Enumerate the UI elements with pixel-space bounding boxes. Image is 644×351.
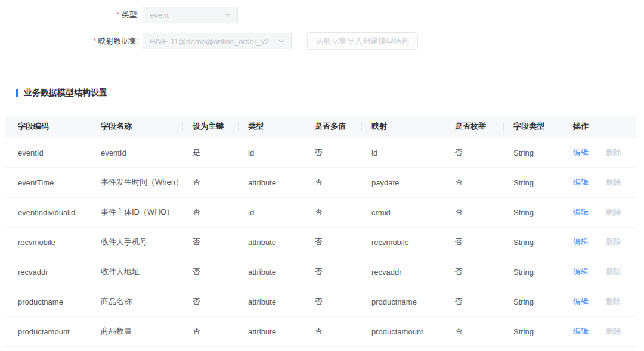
cell-code: recvmobile	[5, 227, 91, 257]
cell-code: eventTime	[5, 167, 91, 197]
cell-type: id	[239, 197, 305, 227]
col-header-mapping: 映射	[362, 115, 445, 138]
cell-type: attribute	[239, 227, 305, 257]
cell-field-type: String	[504, 316, 564, 346]
cell-name: 商品数量	[91, 316, 183, 346]
delete-link[interactable]: 删除	[606, 327, 621, 336]
edit-link[interactable]: 编辑	[573, 237, 589, 246]
cell-type: attribute	[239, 287, 305, 316]
cell-code: productamount	[5, 316, 91, 346]
cell-name: eventId	[91, 138, 183, 167]
cell-primary: 否	[183, 227, 239, 257]
cell-type: attribute	[239, 257, 305, 287]
cell-mapping: id	[362, 138, 445, 167]
cell-multi: 否	[305, 138, 362, 167]
cell-code: productname	[5, 287, 91, 316]
cell-mapping: paydate	[362, 167, 445, 197]
cell-field-type: String	[504, 197, 564, 227]
col-header-field-type: 字段类型	[504, 115, 564, 138]
model-structure-table: 字段编码 字段名称 设为主键 类型 是否多值 映射 是否枚举 字段类型 操作 e…	[5, 115, 636, 347]
table-row: eventTime 事件发生时间（When） 否 attribute 否 pay…	[5, 167, 636, 197]
cell-code: eventId	[5, 138, 91, 167]
cell-primary: 否	[183, 316, 239, 346]
required-asterisk: *	[116, 10, 119, 19]
cell-enum: 否	[445, 197, 504, 227]
delete-link[interactable]: 删除	[606, 237, 621, 246]
form-row-dataset: *映射数据集: HIVE-11@demo@online_order_v2 从数据…	[0, 32, 418, 50]
table-row: recvmobile 收件人手机号 否 attribute 否 recvmobi…	[5, 227, 636, 257]
delete-link[interactable]: 删除	[606, 178, 621, 187]
delete-link[interactable]: 删除	[606, 148, 621, 157]
cell-multi: 否	[305, 316, 362, 346]
cell-actions: 编辑 删除	[564, 287, 636, 316]
delete-link[interactable]: 删除	[606, 207, 621, 216]
cell-field-type: String	[504, 227, 564, 257]
cell-mapping: recvaddr	[362, 257, 445, 287]
cell-actions: 编辑 删除	[564, 257, 636, 287]
cell-actions: 编辑 删除	[564, 197, 636, 227]
cell-multi: 否	[305, 227, 362, 257]
cell-primary: 否	[183, 197, 239, 227]
col-header-action: 操作	[564, 115, 636, 138]
type-label-text: 类型:	[121, 10, 139, 19]
cell-mapping: crmid	[362, 197, 445, 227]
cell-multi: 否	[305, 167, 362, 197]
table-row: eventId eventId 是 id 否 id 否 String 编辑 删除	[5, 138, 636, 167]
type-select[interactable]: event	[143, 7, 238, 23]
cell-multi: 否	[305, 257, 362, 287]
import-from-dataset-button[interactable]: 从数据集导入创建模型结构	[307, 32, 418, 50]
cell-actions: 编辑 删除	[564, 138, 636, 167]
col-header-enum: 是否枚举	[445, 115, 504, 138]
cell-mapping: productamount	[362, 316, 445, 346]
cell-actions: 编辑 删除	[564, 227, 636, 257]
required-asterisk: *	[93, 36, 96, 45]
edit-link[interactable]: 编辑	[573, 267, 589, 276]
dataset-select[interactable]: HIVE-11@demo@online_order_v2	[143, 33, 292, 49]
table-row: productamount 商品数量 否 attribute 否 product…	[5, 316, 636, 346]
edit-link[interactable]: 编辑	[573, 327, 589, 336]
type-label: *类型:	[0, 10, 139, 20]
cell-field-type: String	[504, 287, 564, 316]
cell-primary: 否	[183, 257, 239, 287]
cell-field-type: String	[504, 257, 564, 287]
delete-link[interactable]: 删除	[606, 267, 621, 276]
cell-enum: 否	[445, 316, 504, 346]
cell-type: attribute	[239, 316, 305, 346]
cell-type: attribute	[239, 167, 305, 197]
edit-link[interactable]: 编辑	[573, 148, 589, 157]
cell-field-type: String	[504, 167, 564, 197]
form-row-type: *类型: event	[0, 7, 238, 23]
cell-name: 事件主体ID（WHO）	[91, 197, 183, 227]
chevron-down-icon	[278, 38, 284, 45]
cell-name: 收件人手机号	[91, 227, 183, 257]
cell-enum: 否	[445, 138, 504, 167]
table-header-row: 字段编码 字段名称 设为主键 类型 是否多值 映射 是否枚举 字段类型 操作	[5, 115, 636, 138]
delete-link[interactable]: 删除	[606, 297, 621, 306]
edit-link[interactable]: 编辑	[573, 178, 589, 187]
cell-enum: 否	[445, 287, 504, 316]
cell-primary: 是	[183, 138, 239, 167]
cell-multi: 否	[305, 287, 362, 316]
dataset-label-text: 映射数据集:	[98, 36, 139, 45]
cell-code: eventindividualid	[5, 197, 91, 227]
cell-enum: 否	[445, 257, 504, 287]
table-row: productname 商品名称 否 attribute 否 productna…	[5, 287, 636, 316]
cell-enum: 否	[445, 227, 504, 257]
edit-link[interactable]: 编辑	[573, 207, 589, 216]
table-row: recvaddr 收件人地址 否 attribute 否 recvaddr 否 …	[5, 257, 636, 287]
cell-code: recvaddr	[5, 257, 91, 287]
col-header-multi: 是否多值	[305, 115, 362, 138]
cell-name: 收件人地址	[91, 257, 183, 287]
edit-link[interactable]: 编辑	[573, 297, 589, 306]
chevron-down-icon	[224, 12, 231, 18]
cell-mapping: productname	[362, 287, 445, 316]
cell-actions: 编辑 删除	[564, 316, 636, 346]
section-title: 业务数据模型结构设置	[24, 88, 107, 98]
cell-primary: 否	[183, 287, 239, 316]
type-select-value: event	[150, 11, 169, 20]
section-accent-bar	[16, 89, 18, 97]
table-row: eventindividualid 事件主体ID（WHO） 否 id 否 crm…	[5, 197, 636, 227]
cell-type: id	[239, 138, 305, 167]
cell-name: 事件发生时间（When）	[91, 167, 183, 197]
col-header-primary: 设为主键	[183, 115, 239, 138]
